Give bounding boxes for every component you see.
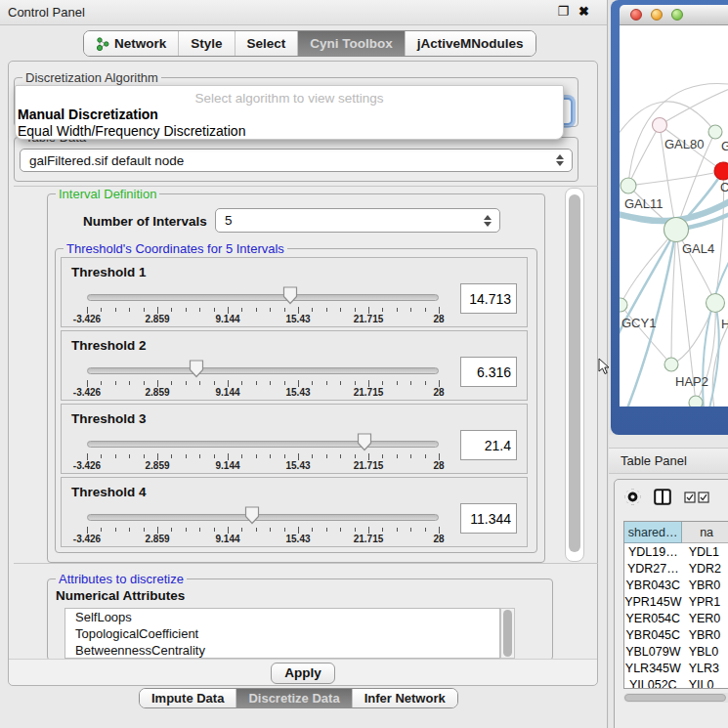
node-attribute-table[interactable]: shared…na YDL19…YDL1YDR27…YDR2YBR043CYBR… <box>623 521 728 689</box>
algorithm-option-equal-width[interactable]: Equal Width/Frequency Discretization <box>18 123 245 139</box>
network-edge[interactable] <box>628 171 723 186</box>
slider-tick <box>241 528 242 532</box>
slider-tick <box>144 308 145 312</box>
threshold-slider-handle[interactable] <box>282 286 298 305</box>
table-row[interactable]: YER054CYER0 <box>624 610 728 626</box>
network-node[interactable] <box>664 218 689 242</box>
network-node-label: GAL80 <box>664 137 704 151</box>
table-row[interactable]: YPR145WYPR1 <box>624 593 728 610</box>
table-row[interactable]: YDR27…YDR2 <box>624 560 728 577</box>
threshold-slider-track[interactable] <box>87 367 439 374</box>
slider-tick <box>439 527 440 534</box>
slider-tick <box>298 380 299 387</box>
slider-tick <box>256 308 257 312</box>
apply-strip: Apply <box>9 659 597 685</box>
tab-infer-network[interactable]: Infer Network <box>353 689 457 707</box>
attribute-item[interactable]: SelfLoops <box>65 609 499 625</box>
threshold-value-field[interactable] <box>460 430 517 460</box>
slider-tick <box>228 453 229 460</box>
table-cell: YBR0 <box>682 626 728 643</box>
threshold-slider-handle[interactable] <box>189 360 204 378</box>
table-horizontal-scrollbar[interactable] <box>623 693 728 703</box>
tab-label: Discretize Data <box>248 691 339 706</box>
settings-vertical-scrollbar[interactable] <box>565 188 584 562</box>
table-row[interactable]: YIL052CYIL0 <box>624 676 728 689</box>
tab-discretize-data[interactable]: Discretize Data <box>236 689 352 707</box>
network-graph[interactable]: GAL80GACGAL11GAL4GCY1HHAP2 <box>620 25 728 407</box>
slider-tick-label: -3.426 <box>73 460 101 471</box>
table-row[interactable]: YBR043CYBR0 <box>624 577 728 593</box>
tab-network[interactable]: Network <box>84 31 179 56</box>
tab-style[interactable]: Style <box>179 31 235 56</box>
threshold-slider-track[interactable] <box>87 441 439 448</box>
network-node[interactable] <box>708 125 722 139</box>
table-row[interactable]: YLR345WYLR3 <box>624 660 728 676</box>
network-node[interactable] <box>653 118 667 133</box>
tab-cyni-toolbox[interactable]: Cyni Toolbox <box>298 31 406 56</box>
tab-jactivemnodules[interactable]: jActiveMNodules <box>406 31 535 56</box>
slider-tick-label: 2.859 <box>145 534 169 544</box>
threshold-value-field[interactable] <box>460 357 517 387</box>
slider-tick <box>382 308 383 312</box>
network-view-window[interactable]: GAL80GACGAL11GAL4GCY1HHAP2 <box>611 0 728 435</box>
network-edge[interactable] <box>709 303 719 407</box>
network-canvas[interactable]: GAL80GACGAL11GAL4GCY1HHAP2 <box>620 25 728 407</box>
slider-tick <box>410 381 411 385</box>
network-node[interactable] <box>621 178 636 193</box>
table-cell: YIL0 <box>682 676 728 689</box>
threshold-slider-track[interactable] <box>87 294 439 301</box>
zoom-traffic-icon[interactable] <box>671 9 683 21</box>
tab-select[interactable]: Select <box>236 31 299 56</box>
table-cell: YBR0 <box>682 577 728 593</box>
table-row[interactable]: YBR045CYBR0 <box>624 626 728 643</box>
threshold-value-field[interactable] <box>460 283 517 314</box>
panel-title: Control Panel <box>8 5 85 20</box>
table-cell: YPR145W <box>624 593 682 610</box>
network-edge[interactable] <box>620 102 715 135</box>
table-row[interactable]: YDL19…YDL1 <box>624 543 728 560</box>
tab-impute-data[interactable]: Impute Data <box>140 689 236 707</box>
number-of-intervals-combobox[interactable]: 5 <box>215 208 500 233</box>
slider-tick-label: 9.144 <box>215 534 239 544</box>
threshold-slider-track[interactable] <box>87 514 439 521</box>
network-node[interactable] <box>664 358 678 371</box>
table-cell: YIL052C <box>624 676 682 689</box>
slider-tick-label: 2.859 <box>145 314 169 324</box>
network-edge[interactable] <box>660 88 728 125</box>
network-node[interactable] <box>714 162 728 180</box>
slider-tick-label: 28 <box>433 314 444 324</box>
slider-tick <box>284 381 285 385</box>
gear-icon[interactable] <box>624 489 641 505</box>
float-window-icon[interactable]: ❐ <box>557 4 569 19</box>
column-header[interactable]: na <box>682 522 728 543</box>
apply-button[interactable]: Apply <box>271 663 335 684</box>
slider-tick <box>256 528 257 532</box>
table-data-combobox[interactable]: galFiltered.sif default node <box>20 149 573 172</box>
threshold-slider-handle[interactable] <box>357 433 372 451</box>
table-row[interactable]: YBL079WYBL0 <box>624 643 728 660</box>
attribute-item[interactable]: TopologicalCoefficient <box>65 625 499 642</box>
threshold-slider-handle[interactable] <box>244 506 260 525</box>
slider-tick <box>144 454 145 458</box>
network-node[interactable] <box>707 294 725 313</box>
slider-tick <box>144 381 145 385</box>
interval-definition-title: Interval Definition <box>56 187 159 201</box>
close-icon[interactable]: ✖ <box>578 4 589 19</box>
algorithm-option-manual[interactable]: Manual Discretization <box>18 107 158 122</box>
network-edge[interactable] <box>671 303 715 364</box>
slider-tick <box>115 381 116 385</box>
select-all-checkboxes-icon[interactable] <box>684 492 709 503</box>
threshold-value-field[interactable] <box>460 503 517 534</box>
minimize-traffic-icon[interactable] <box>651 9 663 21</box>
close-traffic-icon[interactable] <box>630 9 642 21</box>
attribute-item[interactable]: BetweennessCentrality <box>65 642 499 659</box>
control-panel-tabstrip: NetworkStyleSelectCyni ToolboxjActiveMNo… <box>83 30 536 57</box>
show-columns-icon[interactable] <box>654 489 671 505</box>
attributes-scrollbar[interactable] <box>500 608 515 659</box>
network-node[interactable] <box>689 396 703 407</box>
slider-tick <box>340 381 341 385</box>
numerical-attributes-list[interactable]: SelfLoopsTopologicalCoefficientBetweenne… <box>64 608 500 659</box>
column-header[interactable]: shared… <box>624 522 682 543</box>
network-node[interactable] <box>620 298 627 312</box>
table-panel-region: Table Panel <box>609 435 728 728</box>
